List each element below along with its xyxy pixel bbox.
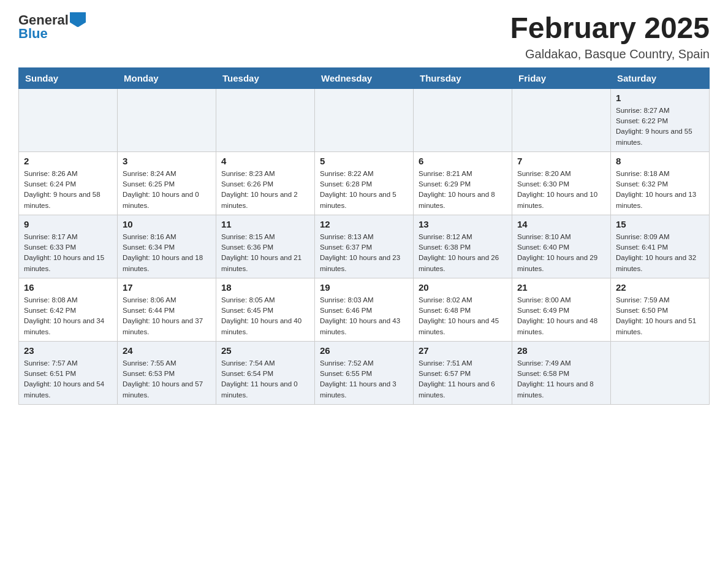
calendar-cell: 12Sunrise: 8:13 AMSunset: 6:37 PMDayligh…: [315, 215, 414, 278]
calendar-cell: [118, 88, 216, 151]
title-block: February 2025 Galdakao, Basque Country, …: [510, 12, 710, 61]
calendar-cell: 27Sunrise: 7:51 AMSunset: 6:57 PMDayligh…: [414, 341, 512, 404]
calendar-cell: 17Sunrise: 8:06 AMSunset: 6:44 PMDayligh…: [118, 278, 216, 341]
calendar-cell: 3Sunrise: 8:24 AMSunset: 6:25 PMDaylight…: [118, 151, 216, 215]
day-info: Sunrise: 7:57 AMSunset: 6:51 PMDaylight:…: [24, 358, 112, 400]
calendar-cell: 13Sunrise: 8:12 AMSunset: 6:38 PMDayligh…: [414, 215, 512, 278]
day-number: 24: [123, 345, 211, 356]
calendar-cell: 22Sunrise: 7:59 AMSunset: 6:50 PMDayligh…: [611, 278, 710, 341]
day-info: Sunrise: 8:17 AMSunset: 6:33 PMDaylight:…: [24, 232, 112, 274]
weekday-header-thursday: Thursday: [414, 67, 512, 88]
day-number: 6: [419, 156, 507, 166]
page-header: General Blue February 2025 Galdakao, Bas…: [18, 12, 710, 61]
day-info: Sunrise: 8:10 AMSunset: 6:40 PMDaylight:…: [517, 232, 605, 274]
calendar-table: SundayMondayTuesdayWednesdayThursdayFrid…: [18, 67, 710, 405]
logo-text-blue: Blue: [18, 26, 48, 41]
day-info: Sunrise: 8:00 AMSunset: 6:49 PMDaylight:…: [517, 295, 605, 337]
day-info: Sunrise: 8:18 AMSunset: 6:32 PMDaylight:…: [616, 169, 704, 211]
calendar-cell: 18Sunrise: 8:05 AMSunset: 6:45 PMDayligh…: [216, 278, 315, 341]
day-number: 19: [320, 282, 408, 293]
calendar-cell: 10Sunrise: 8:16 AMSunset: 6:34 PMDayligh…: [118, 215, 216, 278]
day-number: 22: [616, 282, 704, 293]
calendar-cell: 14Sunrise: 8:10 AMSunset: 6:40 PMDayligh…: [512, 215, 611, 278]
day-number: 27: [419, 345, 507, 356]
weekday-header-sunday: Sunday: [19, 67, 118, 88]
day-number: 4: [221, 156, 309, 166]
calendar-cell: 25Sunrise: 7:54 AMSunset: 6:54 PMDayligh…: [216, 341, 315, 404]
weekday-header-wednesday: Wednesday: [315, 67, 414, 88]
day-info: Sunrise: 8:09 AMSunset: 6:41 PMDaylight:…: [616, 232, 704, 274]
day-info: Sunrise: 8:12 AMSunset: 6:38 PMDaylight:…: [419, 232, 507, 274]
day-number: 8: [616, 156, 704, 166]
logo: General Blue: [18, 12, 86, 42]
calendar-cell: [315, 88, 414, 151]
calendar-cell: [19, 88, 118, 151]
day-number: 13: [419, 219, 507, 229]
day-number: 20: [419, 282, 507, 293]
day-number: 3: [123, 156, 211, 166]
day-number: 2: [24, 156, 112, 166]
calendar-week-row: 23Sunrise: 7:57 AMSunset: 6:51 PMDayligh…: [19, 341, 710, 404]
calendar-cell: 6Sunrise: 8:21 AMSunset: 6:29 PMDaylight…: [414, 151, 512, 215]
logo-flag-icon: [70, 12, 86, 27]
calendar-cell: 2Sunrise: 8:26 AMSunset: 6:24 PMDaylight…: [19, 151, 118, 215]
location-subtitle: Galdakao, Basque Country, Spain: [510, 47, 710, 61]
calendar-cell: 23Sunrise: 7:57 AMSunset: 6:51 PMDayligh…: [19, 341, 118, 404]
day-info: Sunrise: 8:03 AMSunset: 6:46 PMDaylight:…: [320, 295, 408, 337]
calendar-cell: 9Sunrise: 8:17 AMSunset: 6:33 PMDaylight…: [19, 215, 118, 278]
calendar-cell: [414, 88, 512, 151]
calendar-cell: 28Sunrise: 7:49 AMSunset: 6:58 PMDayligh…: [512, 341, 611, 404]
day-info: Sunrise: 8:22 AMSunset: 6:28 PMDaylight:…: [320, 169, 408, 211]
day-info: Sunrise: 8:23 AMSunset: 6:26 PMDaylight:…: [221, 169, 309, 211]
day-info: Sunrise: 8:05 AMSunset: 6:45 PMDaylight:…: [221, 295, 309, 337]
calendar-body: 1Sunrise: 8:27 AMSunset: 6:22 PMDaylight…: [19, 88, 710, 404]
calendar-cell: 8Sunrise: 8:18 AMSunset: 6:32 PMDaylight…: [611, 151, 710, 215]
calendar-cell: [611, 341, 710, 404]
day-info: Sunrise: 7:54 AMSunset: 6:54 PMDaylight:…: [221, 358, 309, 400]
calendar-cell: [512, 88, 611, 151]
day-info: Sunrise: 8:06 AMSunset: 6:44 PMDaylight:…: [123, 295, 211, 337]
weekday-header-friday: Friday: [512, 67, 611, 88]
day-number: 1: [616, 93, 704, 103]
day-number: 17: [123, 282, 211, 293]
day-number: 5: [320, 156, 408, 166]
day-info: Sunrise: 7:49 AMSunset: 6:58 PMDaylight:…: [517, 358, 605, 400]
calendar-week-row: 1Sunrise: 8:27 AMSunset: 6:22 PMDaylight…: [19, 88, 710, 151]
day-number: 26: [320, 345, 408, 356]
day-info: Sunrise: 8:20 AMSunset: 6:30 PMDaylight:…: [517, 169, 605, 211]
calendar-cell: [216, 88, 315, 151]
svg-marker-0: [70, 12, 86, 27]
calendar-cell: 16Sunrise: 8:08 AMSunset: 6:42 PMDayligh…: [19, 278, 118, 341]
day-number: 14: [517, 219, 605, 229]
day-number: 7: [517, 156, 605, 166]
day-info: Sunrise: 7:55 AMSunset: 6:53 PMDaylight:…: [123, 358, 211, 400]
weekday-header-tuesday: Tuesday: [216, 67, 315, 88]
day-number: 16: [24, 282, 112, 293]
weekday-header-monday: Monday: [118, 67, 216, 88]
calendar-cell: 15Sunrise: 8:09 AMSunset: 6:41 PMDayligh…: [611, 215, 710, 278]
day-number: 9: [24, 219, 112, 229]
calendar-cell: 26Sunrise: 7:52 AMSunset: 6:55 PMDayligh…: [315, 341, 414, 404]
day-info: Sunrise: 7:51 AMSunset: 6:57 PMDaylight:…: [419, 358, 507, 400]
day-info: Sunrise: 8:16 AMSunset: 6:34 PMDaylight:…: [123, 232, 211, 274]
day-number: 23: [24, 345, 112, 356]
day-info: Sunrise: 8:13 AMSunset: 6:37 PMDaylight:…: [320, 232, 408, 274]
day-number: 15: [616, 219, 704, 229]
calendar-week-row: 2Sunrise: 8:26 AMSunset: 6:24 PMDaylight…: [19, 151, 710, 215]
day-info: Sunrise: 8:02 AMSunset: 6:48 PMDaylight:…: [419, 295, 507, 337]
calendar-cell: 21Sunrise: 8:00 AMSunset: 6:49 PMDayligh…: [512, 278, 611, 341]
day-number: 18: [221, 282, 309, 293]
month-title: February 2025: [510, 12, 710, 45]
calendar-cell: 4Sunrise: 8:23 AMSunset: 6:26 PMDaylight…: [216, 151, 315, 215]
day-number: 11: [221, 219, 309, 229]
day-number: 12: [320, 219, 408, 229]
calendar-cell: 5Sunrise: 8:22 AMSunset: 6:28 PMDaylight…: [315, 151, 414, 215]
calendar-cell: 1Sunrise: 8:27 AMSunset: 6:22 PMDaylight…: [611, 88, 710, 151]
calendar-cell: 20Sunrise: 8:02 AMSunset: 6:48 PMDayligh…: [414, 278, 512, 341]
calendar-cell: 11Sunrise: 8:15 AMSunset: 6:36 PMDayligh…: [216, 215, 315, 278]
day-number: 28: [517, 345, 605, 356]
day-info: Sunrise: 7:52 AMSunset: 6:55 PMDaylight:…: [320, 358, 408, 400]
weekday-header-row: SundayMondayTuesdayWednesdayThursdayFrid…: [19, 67, 710, 88]
day-info: Sunrise: 8:27 AMSunset: 6:22 PMDaylight:…: [616, 105, 704, 148]
calendar-cell: 19Sunrise: 8:03 AMSunset: 6:46 PMDayligh…: [315, 278, 414, 341]
